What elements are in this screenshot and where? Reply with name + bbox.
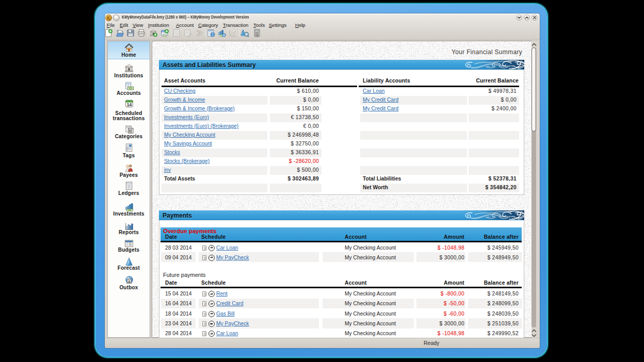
svg-text:14: 14 bbox=[126, 102, 132, 107]
